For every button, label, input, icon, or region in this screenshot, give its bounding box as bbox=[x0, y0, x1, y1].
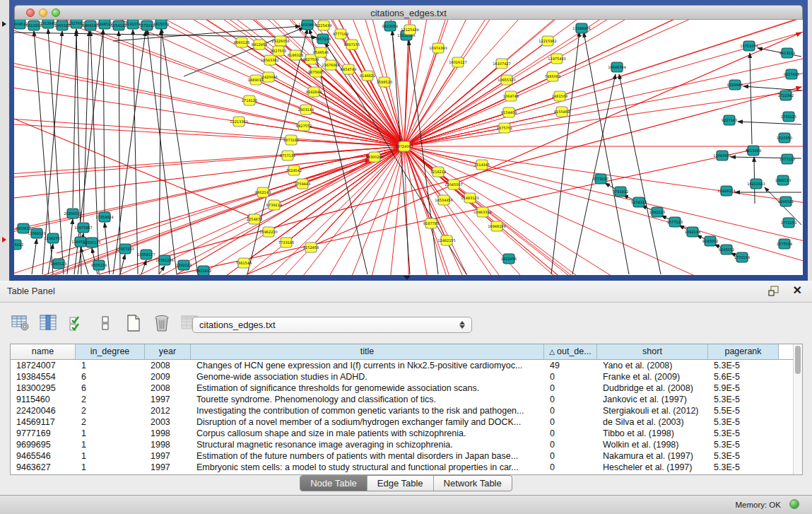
table-cell[interactable]: Investigating the contribution of common… bbox=[191, 405, 544, 416]
network-node[interactable]: 7857224 bbox=[315, 34, 331, 44]
table-row[interactable]: 946554611997Estimation of the future num… bbox=[11, 450, 793, 462]
network-node[interactable]: 1481508 bbox=[552, 91, 567, 101]
table-cell[interactable]: 5.3E-5 bbox=[708, 450, 779, 462]
network-node[interactable]: 9152458 bbox=[303, 243, 319, 252]
network-node[interactable]: 16016127 bbox=[449, 57, 466, 67]
network-node[interactable]: 9227415 bbox=[784, 69, 799, 79]
network-node[interactable]: 9246512 bbox=[97, 20, 112, 29]
network-node[interactable]: 1514345 bbox=[474, 160, 490, 170]
table-cell[interactable]: Corpus callosum shape and size in male p… bbox=[191, 428, 544, 439]
network-node[interactable]: 15962230 bbox=[259, 227, 277, 237]
network-node[interactable]: 8131074 bbox=[125, 20, 141, 29]
network-node[interactable]: 9757131 bbox=[280, 151, 295, 160]
table-cell[interactable]: 5.6E-5 bbox=[708, 371, 779, 382]
column-header-in_degree[interactable]: in_degree bbox=[76, 344, 145, 359]
table-cell[interactable]: 18300295 bbox=[11, 382, 76, 394]
table-cell[interactable]: Yano et al. (2008) bbox=[597, 360, 708, 371]
table-cell[interactable]: Nakamura et al. (1997) bbox=[597, 450, 708, 462]
network-node[interactable]: 9154409 bbox=[501, 107, 517, 117]
memory-status-indicator[interactable] bbox=[789, 499, 799, 509]
table-cell[interactable]: 49 bbox=[544, 360, 597, 371]
network-node[interactable]: 12342737 bbox=[44, 233, 61, 243]
table-cell[interactable]: 2008 bbox=[145, 382, 191, 394]
network-node[interactable]: 9146821 bbox=[360, 71, 375, 81]
table-row[interactable]: 1938455462009Genome-wide association stu… bbox=[11, 371, 793, 382]
table-cell[interactable]: 2 bbox=[76, 405, 145, 416]
network-node[interactable]: 9777169 bbox=[333, 29, 348, 39]
network-node[interactable]: 3915412 bbox=[14, 240, 23, 250]
table-cell[interactable]: 2012 bbox=[145, 405, 191, 416]
network-node[interactable]: 2254872 bbox=[247, 214, 262, 224]
table-cell[interactable]: 14569117 bbox=[11, 416, 76, 428]
column-header-title[interactable]: title bbox=[191, 344, 544, 359]
table-cell[interactable]: Estimation of significance thresholds fo… bbox=[191, 382, 544, 394]
network-node[interactable]: 3216212 bbox=[430, 167, 446, 177]
table-cell[interactable]: 2009 bbox=[145, 371, 191, 382]
table-cell[interactable]: 2008 bbox=[145, 360, 191, 371]
table-row[interactable]: 1830029562008Estimation of significance … bbox=[11, 382, 793, 394]
network-node[interactable]: 7791912 bbox=[613, 187, 628, 197]
network-node[interactable]: 9245002 bbox=[702, 236, 718, 246]
network-node[interactable]: 7624542 bbox=[286, 165, 302, 175]
network-node[interactable]: 8912954 bbox=[252, 40, 267, 49]
network-node[interactable]: 8739114 bbox=[266, 200, 282, 210]
network-node[interactable]: 9875685 bbox=[308, 67, 324, 77]
tab-network-table[interactable]: Network Table bbox=[434, 476, 512, 491]
network-canvas[interactable]: 2604512561320413129451065328132700269661… bbox=[14, 20, 803, 275]
network-node[interactable]: 1064748 bbox=[503, 91, 519, 101]
table-cell[interactable]: Genome-wide association studies in ADHD. bbox=[191, 371, 544, 382]
column-header-short[interactable]: short bbox=[597, 344, 708, 359]
network-node[interactable]: 10974393 bbox=[429, 43, 447, 53]
table-cell[interactable]: 0 bbox=[544, 439, 597, 450]
table-cell[interactable]: 0 bbox=[544, 462, 597, 473]
network-node[interactable]: 7733185 bbox=[278, 238, 294, 247]
table-cell[interactable]: 1 bbox=[76, 428, 145, 439]
table-cell[interactable]: 19384554 bbox=[11, 371, 76, 382]
table-cell[interactable]: 0 bbox=[544, 405, 597, 416]
table-cell[interactable]: 1997 bbox=[145, 462, 191, 473]
table-cell[interactable]: 2 bbox=[76, 416, 145, 428]
table-cell[interactable]: 5.3E-5 bbox=[708, 428, 779, 439]
table-cell[interactable]: Hescheler et al. (1997) bbox=[597, 462, 708, 473]
network-node[interactable]: 8215958 bbox=[746, 146, 761, 156]
table-cell[interactable]: 5.5E-5 bbox=[708, 405, 779, 416]
table-cell[interactable]: Structural magnetic resonance image aver… bbox=[191, 439, 544, 450]
table-row[interactable]: 946362711997Embryonic stem cells: a mode… bbox=[11, 462, 793, 473]
network-node[interactable]: 9505134 bbox=[91, 260, 107, 270]
table-row[interactable]: 2242004622012Investigating the contribut… bbox=[11, 405, 793, 416]
table-selector-dropdown[interactable]: citations_edges.txt bbox=[192, 317, 472, 333]
network-node[interactable]: 1577034 bbox=[777, 239, 792, 249]
table-cell[interactable]: 9115460 bbox=[11, 394, 76, 405]
network-node[interactable]: 9245021 bbox=[778, 197, 794, 206]
network-node[interactable]: 6966190 bbox=[83, 21, 98, 30]
table-cell[interactable]: Tibbo et al. (1998) bbox=[597, 428, 708, 439]
network-node[interactable]: 9154312 bbox=[631, 197, 647, 207]
table-cell[interactable]: 1 bbox=[76, 439, 145, 450]
network-node[interactable]: 7485083 bbox=[545, 71, 560, 81]
table-cell[interactable]: 22420046 bbox=[11, 405, 76, 416]
network-node[interactable]: 9187785 bbox=[423, 218, 439, 228]
new-column-icon[interactable] bbox=[123, 312, 144, 334]
table-cell[interactable]: 9777169 bbox=[11, 428, 76, 439]
network-node[interactable]: 5572312 bbox=[139, 21, 155, 30]
network-node[interactable]: 1092123 bbox=[649, 207, 665, 217]
table-cell[interactable]: 2 bbox=[76, 394, 145, 405]
table-row[interactable]: 1456911722003Disruption of a novel membe… bbox=[11, 416, 793, 428]
network-node[interactable]: 1873181 bbox=[283, 135, 299, 145]
table-cell[interactable]: Franke et al. (2009) bbox=[597, 371, 708, 382]
network-node[interactable]: 6773197 bbox=[593, 174, 608, 184]
table-cell[interactable]: 1998 bbox=[145, 439, 191, 450]
network-node[interactable]: 1875751 bbox=[497, 123, 512, 133]
table-row[interactable]: 977716911998Corpus callosum shape and si… bbox=[11, 428, 793, 439]
table-cell[interactable]: 0 bbox=[544, 394, 597, 405]
table-cell[interactable]: 5.3E-5 bbox=[708, 416, 779, 428]
network-node[interactable]: 9329966 bbox=[727, 80, 743, 90]
network-node[interactable]: 1225439 bbox=[316, 21, 331, 30]
select-rows-icon[interactable] bbox=[66, 312, 88, 334]
table-cell[interactable]: Stergiakouli et al. (2012) bbox=[597, 405, 708, 416]
network-node[interactable]: 8497155 bbox=[344, 40, 360, 49]
network-node[interactable]: 1815074 bbox=[153, 20, 169, 29]
network-node[interactable]: 1577123 bbox=[667, 217, 683, 227]
table-cell[interactable]: Jankovic et al. (1997) bbox=[597, 394, 708, 405]
table-cell[interactable]: Estimation of the future numbers of pati… bbox=[191, 450, 544, 462]
